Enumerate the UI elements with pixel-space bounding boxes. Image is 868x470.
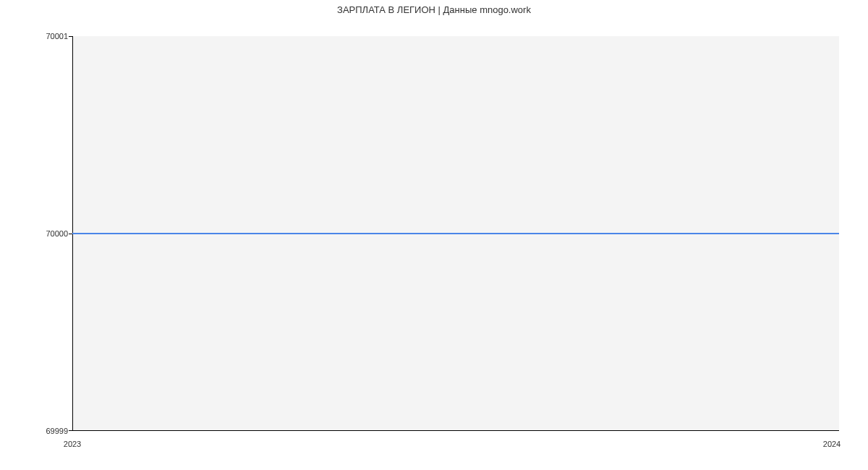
chart-title: ЗАРПЛАТА В ЛЕГИОН | Данные mnogo.work [0,4,868,15]
y-tick-mark [69,36,72,37]
x-tick-label: 2023 [64,440,81,448]
y-tick-mark [69,430,72,431]
y-tick-label: 69999 [46,427,68,435]
x-tick-label: 2024 [823,440,841,448]
chart-line [72,233,839,234]
y-tick-label: 70000 [46,229,68,238]
y-tick-label: 70001 [46,32,68,40]
